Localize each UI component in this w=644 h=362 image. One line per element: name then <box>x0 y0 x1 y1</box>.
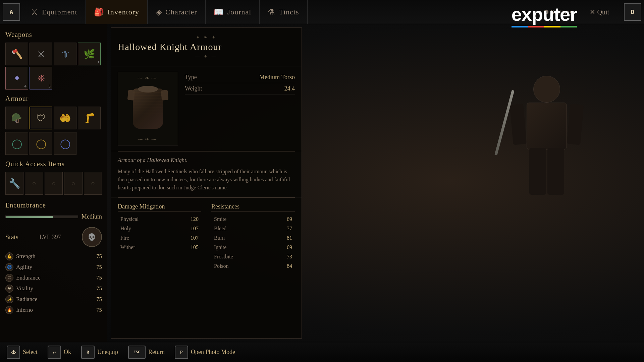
ok-label: Ok <box>64 349 71 356</box>
encumbrance-section: Encumbrance Medium <box>5 201 102 220</box>
quit-button[interactable]: ✕ Quit <box>584 8 614 16</box>
armour-slot-ring1[interactable]: ◯ <box>5 132 28 155</box>
quick-slot-5[interactable]: ○ <box>84 172 102 195</box>
agility-value: 75 <box>96 264 102 270</box>
quick-slot-2[interactable]: ○ <box>25 172 43 195</box>
photo-label: Open Photo Mode <box>191 349 235 356</box>
armour-slot-ring2[interactable]: ◯ <box>30 132 52 155</box>
frostbite-label: Frostbite <box>214 254 233 260</box>
action-return[interactable]: ESC Return <box>128 346 165 359</box>
encumbrance-fill <box>6 216 53 218</box>
quick4-icon: ○ <box>71 180 75 187</box>
weapon-5-icon: ✦ <box>13 73 21 84</box>
action-photo[interactable]: P Open Photo Mode <box>175 346 235 359</box>
weapon-slot-5[interactable]: ✦ 4 <box>5 67 28 89</box>
stat-row-strength: 💪 Strength 75 <box>5 251 102 262</box>
endurance-value: 75 <box>96 275 102 281</box>
item-desc-short: Armour of a Hallowed Knight. <box>118 157 295 164</box>
nav-key-a[interactable]: A <box>3 3 20 21</box>
nav-item-journal[interactable]: 📖 Journal <box>206 0 260 24</box>
weapon-5-num: 4 <box>24 84 26 88</box>
resist-burn: Burn 81 <box>211 233 295 243</box>
item-image-box: ⁓❧⁓ ⁓❧⁓ <box>118 72 178 145</box>
return-label: Return <box>148 349 165 356</box>
quick2-icon: ○ <box>32 180 36 187</box>
left-panel: Weapons 🪓 ⚔ 🗡 🌿 3 ✦ 4 ❈ 5 Armour 🪖 🛡 <box>0 24 107 342</box>
endurance-label: Endurance <box>16 275 94 281</box>
armour-slot-head[interactable]: 🪖 <box>5 107 28 129</box>
weapon-slot-6[interactable]: ❈ 5 <box>30 67 52 89</box>
item-stats-box: Type Medium Torso Weight 24.4 <box>185 72 295 145</box>
radiance-icon: ✨ <box>5 295 13 303</box>
resistances-col: Resistances Smite 69 Bleed 77 Burn 81 I <box>211 203 295 271</box>
combat-stats-grid: Damage Mitigation Physical 120 Holy 107 … <box>118 203 295 271</box>
image-ornament-top: ⁓❧⁓ <box>118 73 178 82</box>
frostbite-value: 73 <box>287 254 292 260</box>
action-ok[interactable]: ↵ Ok <box>48 346 71 359</box>
vitality-value: 75 <box>96 285 102 292</box>
armour-slot-arms[interactable]: 🤲 <box>54 107 76 129</box>
weapon-slot-4[interactable]: 🌿 3 <box>78 43 101 65</box>
item-detail-title: Hallowed Knight Armour <box>118 42 295 52</box>
quick-slot-3[interactable]: ○ <box>45 172 63 195</box>
armour-slot-legs[interactable]: 🦵 <box>78 107 101 129</box>
vitality-icon: ❤ <box>5 285 13 293</box>
select-label: Select <box>23 349 38 356</box>
burn-value: 81 <box>287 235 292 241</box>
stats-header: Stats LVL 397 💀 <box>5 227 102 247</box>
quick3-icon: ○ <box>52 180 56 187</box>
weapon-slot-2[interactable]: ⚔ <box>30 43 52 65</box>
knight-head <box>533 76 560 103</box>
weapon-2-icon: ⚔ <box>37 49 45 60</box>
stat-row-inferno: 🔥 Inferno 75 <box>5 305 102 315</box>
ok-key-icon: ↵ <box>48 346 61 359</box>
nav-item-equipment[interactable]: ⚔ Equipment <box>23 0 86 24</box>
nav-label-inventory: Inventory <box>108 8 140 16</box>
weapon-slot-1[interactable]: 🪓 <box>5 43 28 65</box>
action-unequip[interactable]: R Unequip <box>81 346 118 359</box>
nav-items-container: ⚔ Equipment 🎒 Inventory ◈ Character 📖 Jo… <box>23 0 538 24</box>
item-combat-stats: Damage Mitigation Physical 120 Holy 107 … <box>111 198 302 276</box>
resist-bleed: Bleed 77 <box>211 224 295 233</box>
armour-slot-torso[interactable]: 🛡 <box>30 107 52 129</box>
type-label: Type <box>185 74 197 81</box>
quick-access-title: Quick Access Items <box>5 160 102 168</box>
weapon-6-icon: ❈ <box>37 73 45 84</box>
radiance-value: 75 <box>96 296 102 303</box>
knight-silhouette-container <box>480 49 614 317</box>
knight-leg-left <box>529 148 546 195</box>
nav-key-d[interactable]: D <box>624 3 641 21</box>
strength-value: 75 <box>96 253 102 260</box>
weapons-title: Weapons <box>5 31 102 39</box>
bar-green <box>560 26 577 27</box>
stats-title: Stats <box>5 233 18 241</box>
bleed-label: Bleed <box>214 226 226 232</box>
exputer-text: exputer <box>512 3 577 25</box>
weapon-6-num: 5 <box>48 84 51 88</box>
fire-value: 107 <box>191 235 199 241</box>
item-detail-header: ✦ ❧ ✦ Hallowed Knight Armour — ✦ — <box>111 28 302 66</box>
skull-icon: 💀 <box>88 233 96 241</box>
knight-torso <box>527 103 567 149</box>
nav-item-tincts[interactable]: ⚗ Tincts <box>260 0 307 24</box>
item-description: Armour of a Hallowed Knight. Many of the… <box>111 152 302 197</box>
nav-item-character[interactable]: ◈ Character <box>148 0 206 24</box>
quick-slot-4[interactable]: ○ <box>64 172 82 195</box>
ignite-label: Ignite <box>214 244 226 250</box>
exputer-logo: exputer <box>512 3 577 27</box>
weapon-slot-3[interactable]: 🗡 <box>54 43 76 65</box>
quick-slot-1[interactable]: 🔧 <box>5 172 23 195</box>
nav-item-inventory[interactable]: 🎒 Inventory <box>86 0 148 24</box>
agility-label: Agility <box>16 264 94 270</box>
encumbrance-level-label: Medium <box>82 213 102 220</box>
damage-mitigation-title: Damage Mitigation <box>118 203 201 212</box>
armour-slot-ring3[interactable]: ◯ <box>54 132 76 155</box>
physical-value: 120 <box>191 216 199 222</box>
ring1-icon: ◯ <box>12 138 22 149</box>
action-select[interactable]: 🕹 Select <box>7 346 38 359</box>
inferno-label: Inferno <box>16 307 94 313</box>
armour-legs-icon: 🦵 <box>84 113 95 124</box>
character-icon: ◈ <box>156 7 162 17</box>
smite-label: Smite <box>214 216 226 222</box>
holy-value: 107 <box>191 226 199 232</box>
